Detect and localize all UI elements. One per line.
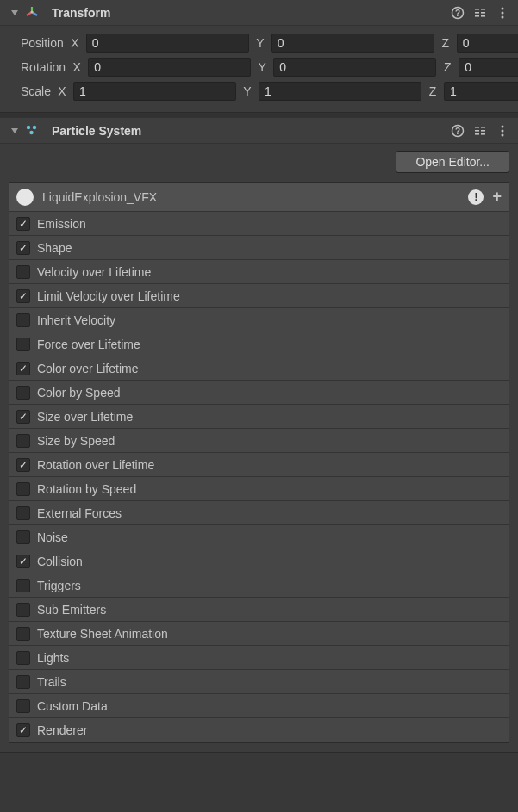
main-module-icon — [16, 189, 34, 206]
menu-icon[interactable] — [496, 124, 509, 138]
module-row[interactable]: Lights — [9, 646, 509, 670]
open-editor-button[interactable]: Open Editor... — [396, 151, 509, 173]
svg-rect-22 — [481, 133, 485, 135]
svg-rect-20 — [481, 127, 485, 128]
svg-rect-21 — [481, 130, 485, 132]
svg-point-11 — [502, 15, 504, 18]
module-row[interactable]: Force over Lifetime — [9, 332, 509, 356]
position-x-input[interactable] — [86, 34, 249, 53]
module-checkbox[interactable] — [16, 410, 30, 424]
particle-system-component: Particle System ? Open Editor... LiquidE… — [0, 118, 518, 753]
module-checkbox[interactable] — [16, 555, 30, 568]
module-row[interactable]: External Forces — [9, 501, 509, 525]
module-row[interactable]: Noise — [9, 525, 509, 549]
module-checkbox[interactable] — [16, 675, 30, 689]
module-row[interactable]: Triggers — [9, 573, 509, 598]
rotation-y-input[interactable] — [273, 58, 436, 77]
transform-header[interactable]: Transform ? — [0, 0, 518, 26]
module-row[interactable]: Color over Lifetime — [9, 356, 509, 381]
module-row[interactable]: Shape — [9, 236, 509, 260]
module-label: Velocity over Lifetime — [37, 265, 502, 279]
module-row[interactable]: Renderer — [9, 718, 509, 742]
rotation-x-input[interactable] — [88, 58, 251, 77]
module-row[interactable]: Color by Speed — [9, 381, 509, 405]
module-label: Size by Speed — [37, 434, 502, 448]
module-row[interactable]: Sub Emitters — [9, 598, 509, 622]
axis-y-label: Y — [256, 60, 268, 74]
module-row[interactable]: Size by Speed — [9, 429, 509, 453]
module-row[interactable]: Rotation by Speed — [9, 477, 509, 501]
module-checkbox[interactable] — [16, 313, 30, 327]
module-checkbox[interactable] — [16, 458, 30, 472]
module-row[interactable]: Limit Velocity over Lifetime — [9, 284, 509, 308]
position-z-input[interactable] — [457, 34, 518, 53]
module-row[interactable]: Trails — [9, 670, 509, 694]
transform-icon — [24, 5, 40, 21]
module-row[interactable]: Velocity over Lifetime — [9, 260, 509, 284]
svg-rect-7 — [481, 12, 485, 14]
svg-text:?: ? — [455, 9, 460, 18]
svg-point-10 — [502, 11, 504, 14]
svg-rect-4 — [475, 12, 479, 14]
axis-y-label: Y — [254, 36, 266, 50]
module-checkbox[interactable] — [16, 579, 30, 592]
module-checkbox[interactable] — [16, 699, 30, 713]
module-checkbox[interactable] — [16, 241, 30, 255]
scale-x-input[interactable] — [73, 82, 236, 101]
scale-y-input[interactable] — [259, 82, 421, 101]
module-row[interactable]: Size over Lifetime — [9, 405, 509, 429]
scale-z-input[interactable] — [444, 82, 518, 101]
module-checkbox[interactable] — [16, 434, 30, 448]
transform-component: Transform ? Position X Y Z Rotation X Y — [0, 0, 518, 113]
preset-icon[interactable] — [473, 6, 487, 20]
module-checkbox[interactable] — [16, 506, 30, 520]
module-label: Inherit Velocity — [37, 313, 502, 327]
module-checkbox[interactable] — [16, 482, 30, 496]
module-label: Rotation over Lifetime — [37, 458, 502, 472]
module-label: Triggers — [37, 579, 502, 592]
axis-y-label: Y — [241, 84, 253, 98]
module-row[interactable]: Emission — [9, 212, 509, 236]
svg-rect-6 — [481, 9, 485, 10]
preset-icon[interactable] — [473, 124, 487, 138]
module-checkbox[interactable] — [16, 651, 30, 665]
svg-point-13 — [33, 125, 36, 128]
svg-point-12 — [27, 125, 30, 128]
module-checkbox[interactable] — [16, 362, 30, 375]
module-checkbox[interactable] — [16, 217, 30, 231]
foldout-icon[interactable] — [9, 7, 21, 19]
module-checkbox[interactable] — [16, 265, 30, 279]
module-checkbox[interactable] — [16, 530, 30, 544]
module-label: Trails — [37, 675, 502, 689]
help-icon[interactable]: ? — [451, 124, 465, 138]
particle-system-body: Open Editor... LiquidExplosion_VFX ! + E… — [0, 144, 518, 752]
main-module-label: LiquidExplosion_VFX — [42, 190, 461, 204]
warning-icon[interactable]: ! — [468, 189, 484, 205]
module-label: Shape — [37, 241, 502, 255]
module-label: Limit Velocity over Lifetime — [37, 289, 502, 303]
module-checkbox[interactable] — [16, 627, 30, 641]
module-row[interactable]: Texture Sheet Animation — [9, 622, 509, 646]
module-checkbox[interactable] — [16, 386, 30, 400]
module-row[interactable]: Inherit Velocity — [9, 308, 509, 332]
module-row[interactable]: Custom Data — [9, 694, 509, 718]
module-label: Force over Lifetime — [37, 338, 502, 351]
module-label: Rotation by Speed — [37, 482, 502, 496]
foldout-icon[interactable] — [9, 125, 21, 137]
module-checkbox[interactable] — [16, 723, 30, 737]
module-checkbox[interactable] — [16, 289, 30, 303]
add-module-icon[interactable]: + — [492, 188, 502, 206]
module-label: Noise — [37, 530, 502, 544]
rotation-z-input[interactable] — [459, 58, 518, 77]
help-icon[interactable]: ? — [451, 6, 465, 20]
position-y-input[interactable] — [271, 34, 434, 53]
module-row[interactable]: Rotation over Lifetime — [9, 453, 509, 477]
particle-system-header[interactable]: Particle System ? — [0, 118, 518, 144]
module-row[interactable]: Collision — [9, 549, 509, 573]
module-checkbox[interactable] — [16, 338, 30, 351]
axis-z-label: Z — [440, 36, 452, 50]
svg-rect-8 — [481, 15, 485, 17]
menu-icon[interactable] — [496, 6, 509, 20]
module-checkbox[interactable] — [16, 603, 30, 617]
main-module-row[interactable]: LiquidExplosion_VFX ! + — [9, 183, 509, 212]
